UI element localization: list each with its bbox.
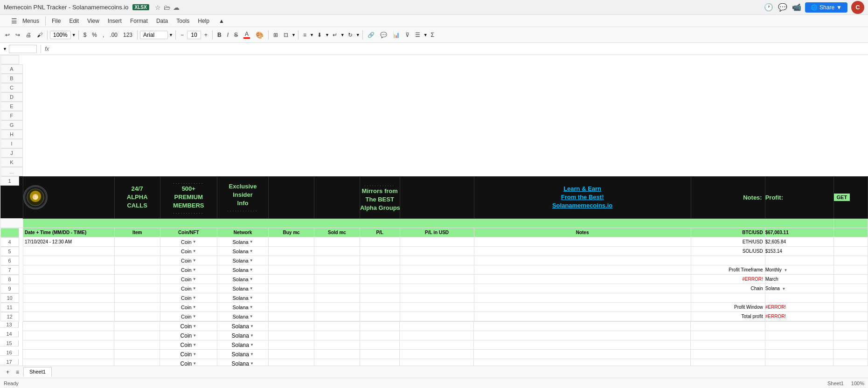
cell-b2[interactable] <box>114 247 160 256</box>
header-item[interactable]: Item <box>114 228 160 237</box>
col-header-C[interactable]: C <box>0 83 23 92</box>
italic-button[interactable]: I <box>225 31 231 39</box>
cell-network-first[interactable]: Solana ▼ <box>217 237 268 247</box>
cell-network-2[interactable]: Solana ▼ <box>217 247 268 256</box>
decimal-button[interactable]: .00 <box>107 31 120 39</box>
font-size-display[interactable]: 10 <box>187 31 201 39</box>
valign-chevron-icon[interactable]: ▼ <box>325 33 329 37</box>
header-plusd[interactable]: P/L in USD <box>400 228 474 237</box>
cell-buymc-first[interactable] <box>269 237 314 247</box>
highlight-color-button[interactable]: 🎨 <box>253 30 266 40</box>
header-notes[interactable]: Notes <box>474 228 691 237</box>
valign-button[interactable]: ⬇ <box>315 31 324 39</box>
cell-j-2[interactable]: SOL/USD <box>691 247 765 256</box>
cell-pl-first[interactable] <box>360 237 400 247</box>
bold-button[interactable]: B <box>215 31 224 39</box>
col-header-J[interactable]: J <box>0 148 23 158</box>
redo-button[interactable]: ↪ <box>13 31 22 39</box>
filter-chevron-icon[interactable]: ▼ <box>424 33 428 37</box>
comment-icon[interactable]: 💬 <box>778 3 787 12</box>
sigma-button[interactable]: Σ <box>429 31 437 39</box>
col-header-E[interactable]: E <box>0 102 23 111</box>
merge-button[interactable]: ⊡ <box>281 31 291 39</box>
text-wrap-button[interactable]: ↵ <box>330 31 340 39</box>
font-size-decrease-button[interactable]: − <box>178 31 186 39</box>
header-network[interactable]: Network <box>217 228 268 237</box>
filter-views-button[interactable]: ☰ <box>413 31 423 39</box>
cell-plusd-first[interactable] <box>400 237 474 247</box>
cell-datetime[interactable]: 17/10/2024 - 12:30 AM <box>23 237 114 247</box>
col-header-A[interactable]: A <box>0 64 23 74</box>
share-button[interactable]: 🌐 Share ▼ <box>805 2 847 13</box>
header-pl[interactable]: P/L <box>360 228 400 237</box>
cell-b1[interactable] <box>114 237 160 247</box>
cell-coin-first[interactable]: Coin ▼ <box>160 237 217 247</box>
coin-dropdown-arrow[interactable]: ▼ <box>193 240 196 244</box>
menu-data[interactable]: Data <box>153 17 172 25</box>
collapse-icon[interactable]: ▲ <box>215 17 228 25</box>
col-header-F[interactable]: F <box>0 111 23 120</box>
cell-chain-value[interactable]: Solana ▼ <box>765 284 833 293</box>
history-icon[interactable]: 🕐 <box>764 3 773 12</box>
font-chevron-icon[interactable]: ▼ <box>169 33 173 37</box>
align-chevron-icon[interactable]: ▼ <box>310 33 314 37</box>
menu-tools[interactable]: Tools <box>173 17 193 25</box>
comma-button[interactable]: , <box>100 31 106 39</box>
network-dropdown-first[interactable]: Solana ▼ <box>217 239 268 245</box>
menu-help[interactable]: Help <box>194 17 213 25</box>
print-button[interactable]: 🖨 <box>23 31 34 39</box>
header-soldmc[interactable]: Sold mc <box>314 228 360 237</box>
cell-notes-first[interactable] <box>474 237 691 247</box>
menu-view[interactable]: View <box>83 17 103 25</box>
currency-button[interactable]: $ <box>81 31 89 39</box>
col-header-H[interactable]: H <box>0 130 23 139</box>
percent-button[interactable]: % <box>90 31 99 39</box>
cell-profit-timeframe-value[interactable]: Monthly ▼ <box>765 265 833 275</box>
menu-file[interactable]: File <box>48 17 64 25</box>
cell-k-2[interactable]: $153.14 <box>765 247 833 256</box>
cell-a2[interactable] <box>23 247 114 256</box>
header-k[interactable]: $67,003.11 <box>765 228 833 237</box>
borders-button[interactable]: ⊞ <box>271 31 280 39</box>
menu-insert[interactable]: Insert <box>104 17 125 25</box>
get-button[interactable]: GET <box>834 194 850 201</box>
col-header-G[interactable]: G <box>0 120 23 130</box>
rotate-chevron-icon[interactable]: ▼ <box>356 33 360 37</box>
coin-dropdown-first[interactable]: Coin ▼ <box>160 239 217 245</box>
cell-reference-input[interactable] <box>9 45 37 53</box>
cell-k-first[interactable]: $2,605.84 <box>765 237 833 247</box>
link-button[interactable]: 🔗 <box>365 31 377 39</box>
paint-format-button[interactable]: 🖌 <box>35 31 45 39</box>
strikethrough-button[interactable]: S <box>232 31 240 39</box>
chart-button[interactable]: 📊 <box>390 31 402 39</box>
text-color-button[interactable]: A <box>241 30 252 40</box>
header-datetime[interactable]: Date + Time (MM/DD - TIME) <box>23 228 114 237</box>
header-buymc[interactable]: Buy mc <box>269 228 314 237</box>
cell-coin-2[interactable]: Coin ▼ <box>160 247 217 256</box>
col-header-I[interactable]: I <box>0 139 23 148</box>
comment-button[interactable]: 💬 <box>378 31 389 39</box>
menus-btn[interactable]: ☰ Menus <box>4 15 43 27</box>
merge-chevron-icon[interactable]: ▼ <box>292 33 296 37</box>
video-icon[interactable]: 📹 <box>792 3 801 12</box>
cell-j-first[interactable]: ETH/USD <box>691 237 765 247</box>
align-button[interactable]: ≡ <box>301 31 309 39</box>
cell-soldmc-first[interactable] <box>314 237 360 247</box>
col-header-K[interactable]: K <box>0 158 23 167</box>
zoom-chevron-icon[interactable]: ▼ <box>72 33 76 37</box>
menu-format[interactable]: Format <box>126 17 152 25</box>
network-dropdown-arrow[interactable]: ▼ <box>250 240 253 244</box>
text-rotate-button[interactable]: ↻ <box>346 31 355 39</box>
filter-button[interactable]: ⊽ <box>403 31 412 39</box>
header-j[interactable]: BTC/USD <box>691 228 765 237</box>
col-header-L[interactable]: ... <box>0 167 23 176</box>
number-format-button[interactable]: 123 <box>121 31 135 39</box>
promo-learn-text[interactable]: Learn & Earn From the Best! Solanamemeco… <box>474 185 691 210</box>
wrap-chevron-icon[interactable]: ▼ <box>340 33 345 37</box>
header-coinnft[interactable]: Coin/NFT <box>160 228 217 237</box>
col-header-D[interactable]: D <box>0 92 23 102</box>
font-size-increase-button[interactable]: + <box>202 31 210 39</box>
zoom-display[interactable]: 100% <box>50 31 71 39</box>
undo-button[interactable]: ↩ <box>3 31 12 39</box>
font-name-display[interactable]: Arial <box>140 31 168 39</box>
